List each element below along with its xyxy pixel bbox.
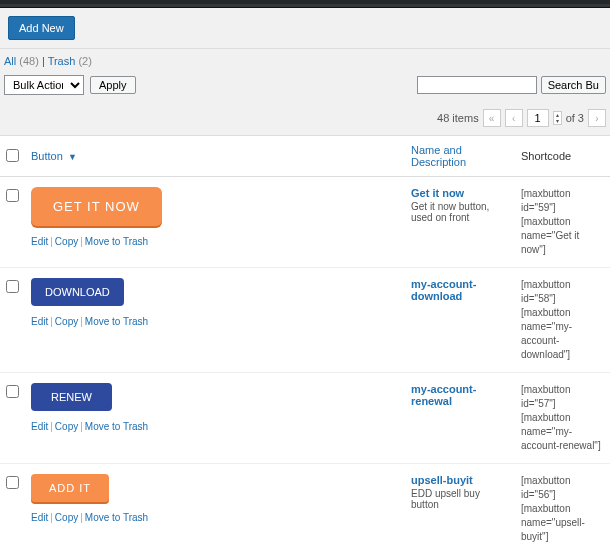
row-action-trash[interactable]: Move to Trash	[85, 236, 148, 247]
row-shortcode: [maxbutton id="57"][maxbutton name="my-a…	[521, 383, 604, 453]
row-action-edit[interactable]: Edit	[31, 512, 48, 523]
page-prev[interactable]: ‹	[505, 109, 523, 127]
row-action-edit[interactable]: Edit	[31, 421, 48, 432]
filter-trash[interactable]: Trash	[48, 55, 76, 67]
sort-indicator-icon: ▼	[68, 152, 77, 162]
row-action-copy[interactable]: Copy	[55, 421, 78, 432]
page-first[interactable]: «	[483, 109, 501, 127]
page-header: Add New	[0, 8, 610, 49]
row-description: Get it now button, used on front	[411, 201, 509, 223]
table-row: ADD ITEdit|Copy|Move to Trashupsell-buyi…	[0, 464, 610, 554]
filter-trash-count: (2)	[78, 55, 91, 67]
button-preview[interactable]: ADD IT	[31, 474, 109, 502]
row-shortcode: [maxbutton id="56"][maxbutton name="upse…	[521, 474, 604, 544]
buttons-table: Button ▼ Name and Description Shortcode …	[0, 135, 610, 553]
row-name-link[interactable]: my-account-renewal	[411, 383, 476, 407]
bulk-actions-row: Bulk Actions Apply Search Bu	[0, 71, 610, 105]
row-action-trash[interactable]: Move to Trash	[85, 512, 148, 523]
row-actions: Edit|Copy|Move to Trash	[31, 236, 399, 247]
row-actions: Edit|Copy|Move to Trash	[31, 421, 399, 432]
page-next[interactable]: ›	[588, 109, 606, 127]
row-action-edit[interactable]: Edit	[31, 236, 48, 247]
pagination: 48 items « ‹ ▴▾ of 3 ›	[0, 105, 610, 135]
filter-all-count: (48)	[19, 55, 39, 67]
row-actions: Edit|Copy|Move to Trash	[31, 316, 399, 327]
row-action-copy[interactable]: Copy	[55, 316, 78, 327]
col-shortcode: Shortcode	[515, 136, 610, 177]
col-button[interactable]: Button ▼	[25, 136, 405, 177]
row-description: EDD upsell buy button	[411, 488, 509, 510]
filter-all[interactable]: All	[4, 55, 16, 67]
button-preview[interactable]: RENEW	[31, 383, 112, 411]
row-name-link[interactable]: my-account-download	[411, 278, 476, 302]
search-button[interactable]: Search Bu	[541, 76, 606, 94]
row-action-trash[interactable]: Move to Trash	[85, 316, 148, 327]
row-name-link[interactable]: upsell-buyit	[411, 474, 473, 486]
items-count: 48 items	[437, 112, 479, 124]
select-all-checkbox[interactable]	[6, 149, 19, 162]
row-checkbox[interactable]	[6, 385, 19, 398]
table-row: GET IT NOWEdit|Copy|Move to TrashGet it …	[0, 177, 610, 268]
row-action-trash[interactable]: Move to Trash	[85, 421, 148, 432]
button-preview[interactable]: DOWNLOAD	[31, 278, 124, 306]
row-actions: Edit|Copy|Move to Trash	[31, 512, 399, 523]
search-input[interactable]	[417, 76, 537, 94]
row-checkbox[interactable]	[6, 476, 19, 489]
row-checkbox[interactable]	[6, 280, 19, 293]
bulk-actions-select[interactable]: Bulk Actions	[4, 75, 84, 95]
col-name[interactable]: Name and Description	[405, 136, 515, 177]
row-shortcode: [maxbutton id="59"][maxbutton name="Get …	[521, 187, 604, 257]
view-filters: All (48) | Trash (2)	[0, 49, 610, 71]
add-new-button[interactable]: Add New	[8, 16, 75, 40]
row-action-copy[interactable]: Copy	[55, 512, 78, 523]
row-shortcode: [maxbutton id="58"][maxbutton name="my-a…	[521, 278, 604, 362]
table-row: DOWNLOADEdit|Copy|Move to Trashmy-accoun…	[0, 268, 610, 373]
table-row: RENEWEdit|Copy|Move to Trashmy-account-r…	[0, 373, 610, 464]
button-preview[interactable]: GET IT NOW	[31, 187, 162, 226]
apply-button[interactable]: Apply	[90, 76, 136, 94]
page-of-label: of 3	[566, 112, 584, 124]
row-action-copy[interactable]: Copy	[55, 236, 78, 247]
row-checkbox[interactable]	[6, 189, 19, 202]
row-name-link[interactable]: Get it now	[411, 187, 464, 199]
page-spinner[interactable]: ▴▾	[553, 111, 562, 125]
row-action-edit[interactable]: Edit	[31, 316, 48, 327]
page-number-input[interactable]	[527, 109, 549, 127]
